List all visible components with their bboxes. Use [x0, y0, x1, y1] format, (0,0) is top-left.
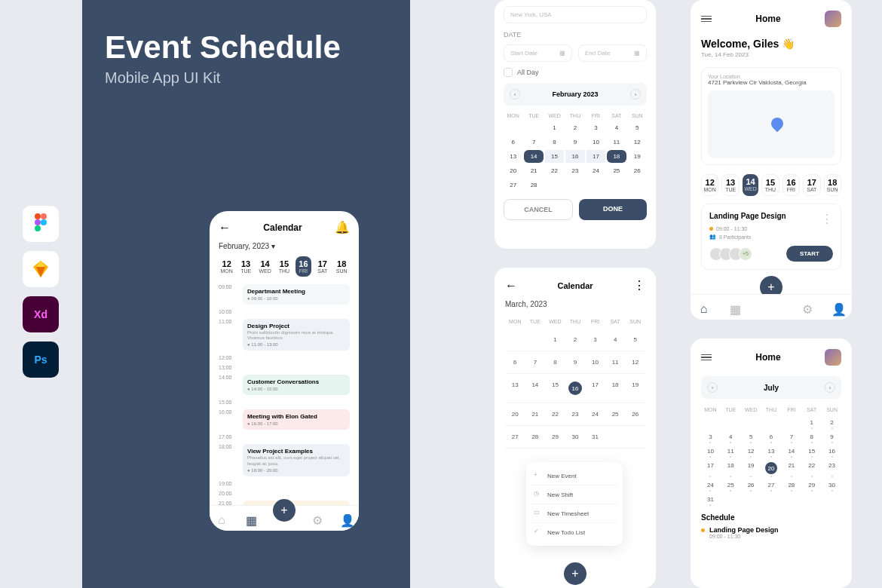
calendar-icon: ▦ — [559, 50, 565, 57]
home-panel: Home Welcome, Giles 👋 Tue, 14 Feb 2023 Y… — [691, 0, 852, 320]
hero-title: Event Schedule — [105, 30, 387, 65]
day-col[interactable]: 12MON — [701, 174, 718, 196]
calendar-header: ‹ February 2023 › — [504, 83, 647, 106]
menu-icon[interactable] — [701, 16, 712, 23]
add-fab[interactable]: + — [564, 562, 586, 585]
calendar-icon: ▦ — [634, 50, 640, 57]
day-col[interactable]: 18SUN — [334, 256, 350, 277]
bell-icon[interactable]: 🔔 — [335, 220, 350, 234]
allday-toggle[interactable]: All Day — [504, 68, 647, 77]
location-label: Your Location — [708, 74, 835, 79]
day-col[interactable]: 13TUE — [237, 256, 253, 277]
task-participants: 8 Participants — [719, 234, 751, 240]
task-card: Landing Page Design ⋮ 09:00 - 11:30 👥8 P… — [701, 204, 841, 270]
task-title: Landing Page Design — [709, 212, 786, 223]
prev-month-icon[interactable]: ‹ — [510, 89, 520, 100]
popup-item[interactable]: ▭New Timesheet — [531, 504, 618, 523]
location-input[interactable]: New York, USA — [504, 6, 647, 23]
bottom-nav: ⌂ ▦ ⚙ 👤 — [691, 294, 852, 320]
hero-subtitle: Mobile App UI Kit — [105, 69, 387, 87]
settings-icon[interactable]: ⚙ — [802, 302, 813, 313]
calendar-grid: MONTUEWEDTHUFRISATSUN1234567891011121314… — [505, 314, 645, 449]
task-time: 09:00 - 11:30 — [716, 226, 747, 231]
panel-title: Calendar — [557, 281, 593, 290]
menu-icon[interactable] — [701, 354, 712, 361]
avatar[interactable] — [825, 11, 841, 27]
day-col[interactable]: 17SAT — [803, 174, 820, 196]
settings-icon[interactable]: ⚙ — [312, 513, 323, 524]
schedule-label: Schedule — [701, 513, 841, 522]
map[interactable] — [708, 90, 835, 158]
phone-mockup: ← Calendar 🔔 February, 2023 ▾ 12MON13TUE… — [204, 205, 365, 537]
popup-item[interactable]: ◷New Shift — [531, 485, 618, 504]
done-button[interactable]: DONE — [579, 199, 647, 220]
schedule-item[interactable]: Landing Page Design — [701, 526, 841, 534]
map-pin-icon — [769, 115, 786, 133]
popup-item[interactable]: +New Event — [531, 467, 618, 485]
svg-point-3 — [41, 219, 47, 225]
day-col[interactable]: 13TUE — [721, 174, 739, 196]
event-card[interactable]: Design ProjectProin sollicitudin digniss… — [243, 319, 350, 351]
event-card[interactable]: Departmant Meeting● 09:00 - 10:00 — [243, 284, 350, 305]
next-month-icon[interactable]: › — [825, 382, 835, 393]
month-label: March, 2023 — [505, 300, 645, 308]
phone-month[interactable]: February, 2023 ▾ — [219, 242, 350, 250]
avatar-stack: +5 — [709, 247, 752, 261]
avatar[interactable] — [825, 349, 841, 366]
profile-icon[interactable]: 👤 — [340, 513, 351, 524]
day-col[interactable]: 17SAT — [314, 256, 330, 277]
phone-title: Calendar — [263, 222, 302, 233]
cancel-button[interactable]: CANCEL — [504, 199, 573, 220]
figma-icon — [23, 206, 59, 242]
next-month-icon[interactable]: › — [630, 89, 641, 100]
calendar-icon[interactable]: ▦ — [246, 513, 256, 524]
back-icon[interactable]: ← — [219, 221, 231, 234]
back-icon[interactable]: ← — [505, 279, 517, 292]
home-icon[interactable]: ⌂ — [218, 513, 228, 524]
popup-item[interactable]: ✓New Todo List — [531, 523, 618, 541]
avatar-more: +5 — [739, 247, 752, 261]
day-strip: 12MON13TUE14WED15THU16FRI17SAT18SUN — [701, 174, 841, 196]
add-event-fab[interactable]: + — [273, 499, 296, 522]
ps-icon: Ps — [23, 341, 59, 378]
profile-icon[interactable]: 👤 — [831, 302, 842, 313]
day-col[interactable]: 18SUN — [824, 174, 841, 196]
event-card[interactable]: Meeting with Elon Gated● 16:00 - 17:00 — [243, 409, 350, 430]
day-strip: 12MON13TUE14WED15THU16FRI17SAT18SUN — [219, 256, 350, 277]
svg-point-2 — [35, 219, 41, 225]
event-card[interactable]: View Project ExamplesPhasellus est elit,… — [243, 444, 350, 476]
more-icon[interactable]: ⋮ — [633, 278, 645, 292]
month-header: ‹ July › — [701, 376, 841, 399]
new-popup: +New Event◷New Shift▭New Timesheet✓New T… — [526, 462, 623, 546]
calendar-icon[interactable]: ▦ — [730, 302, 740, 313]
day-col[interactable]: 14WED — [743, 174, 758, 196]
date-label: DATE — [504, 31, 647, 38]
page-title: Home — [755, 352, 780, 363]
prev-month-icon[interactable]: ‹ — [707, 382, 718, 393]
day-col[interactable]: 14WED — [257, 256, 273, 277]
event-card[interactable]: Customer Conversations● 14:00 - 15:00 — [243, 375, 350, 395]
schedule-time: 09:00 - 11:30 — [709, 534, 841, 539]
end-date-input[interactable]: End Date▦ — [578, 44, 647, 62]
day-col[interactable]: 16FRI — [296, 256, 311, 277]
more-icon[interactable]: ⋮ — [821, 212, 833, 226]
start-date-input[interactable]: Start Date▦ — [504, 44, 572, 62]
location-address: 4721 Parkview Cir Valdosta, Georgia — [708, 79, 835, 86]
calendar-grid: MONTUEWEDTHUFRISATSUN1234567891011121314… — [504, 112, 647, 191]
svg-point-4 — [35, 225, 41, 231]
month-label: July — [764, 384, 779, 392]
day-col[interactable]: 16FRI — [782, 174, 800, 196]
start-button[interactable]: START — [786, 246, 833, 262]
day-col[interactable]: 15THU — [276, 256, 292, 277]
home-icon[interactable]: ⌂ — [700, 302, 711, 313]
month-label: February 2023 — [552, 90, 598, 98]
day-col[interactable]: 12MON — [219, 256, 234, 277]
calendar-grid: MONTUEWEDTHUFRISATSUN1234567891011121314… — [701, 405, 841, 506]
calendar-panel: ← Calendar ⋮ March, 2023 MONTUEWEDTHUFRI… — [495, 268, 656, 588]
tool-icons: Xd Ps — [23, 206, 59, 378]
day-col[interactable]: 15THU — [761, 174, 779, 196]
svg-point-1 — [41, 213, 47, 219]
date-picker-panel: New York, USA DATE Start Date▦ End Date▦… — [495, 0, 656, 249]
timeline: 09:00Departmant Meeting● 09:00 - 10:0010… — [219, 284, 350, 521]
welcome-text: Welcome, Giles 👋 — [701, 38, 841, 50]
